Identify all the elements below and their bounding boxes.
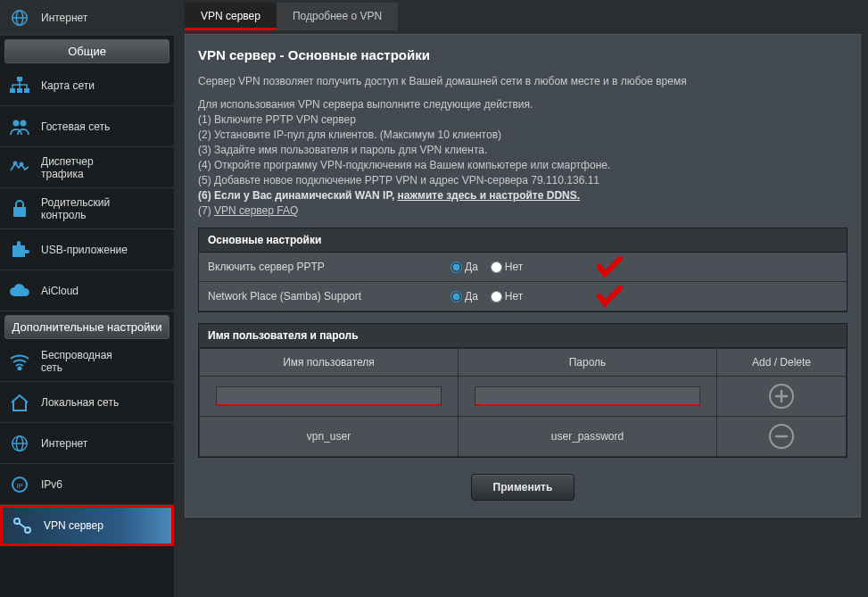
sidebar-item-label: Беспроводнаясеть <box>41 349 112 374</box>
radio-pptp-no[interactable]: Нет <box>491 261 523 273</box>
section-header-users: Имя пользователя и пароль <box>199 324 847 348</box>
radio-group-samba: Да Нет <box>451 290 523 303</box>
ddns-link[interactable]: нажмите здесь и настройте DDNS. <box>398 189 581 202</box>
table-row: vpn_user user_password <box>200 417 847 457</box>
home-icon <box>7 393 32 412</box>
col-action: Add / Delete <box>717 349 847 377</box>
radio-pptp-yes[interactable]: Да <box>451 261 478 273</box>
vpn-faq-link[interactable]: VPN сервер FAQ <box>214 204 298 217</box>
step-5: (5) Добавьте новое подключение PPTP VPN … <box>198 174 847 187</box>
checkmark-annotation-icon <box>596 256 623 278</box>
delete-button[interactable] <box>769 424 794 449</box>
svg-rect-3 <box>10 88 15 93</box>
sidebar-item-network-map[interactable]: Карта сети <box>0 65 174 106</box>
tab-bar: VPN сервер Подробнее о VPN <box>185 3 861 30</box>
sidebar-item-label: IPv6 <box>41 478 62 491</box>
radio-samba-yes[interactable]: Да <box>451 290 478 303</box>
step-2: (2) Установите IP-пул для клиентов. (Мак… <box>198 129 847 141</box>
cell-password: user_password <box>459 417 717 457</box>
radio-samba-no[interactable]: Нет <box>491 290 523 303</box>
radio-input[interactable] <box>451 261 462 273</box>
row-samba-support: Network Place (Samba) Support Да Нет <box>199 282 847 311</box>
sidebar-item-label: Интернет <box>41 437 87 450</box>
add-button[interactable] <box>769 384 794 409</box>
radio-input[interactable] <box>451 291 462 303</box>
table-header-row: Имя пользователя Пароль Add / Delete <box>200 349 847 377</box>
row-label: Network Place (Samba) Support <box>208 290 417 303</box>
sidebar-item-label: AiCloud <box>41 285 79 297</box>
svg-point-6 <box>13 120 20 126</box>
step-1: (1) Включите PPTP VPN сервер <box>198 113 847 126</box>
network-map-icon <box>7 76 32 95</box>
sidebar: Интернет Общие Карта сети Гостевая сеть … <box>0 0 174 597</box>
guest-icon <box>7 117 32 137</box>
svg-point-9 <box>21 162 23 165</box>
page-panel: VPN сервер - Основные настройки Сервер V… <box>185 34 861 518</box>
sidebar-item-label: VPN сервер <box>44 519 103 532</box>
vpn-icon <box>10 516 35 535</box>
apply-button[interactable]: Применить <box>471 474 575 501</box>
svg-point-7 <box>21 120 27 126</box>
sidebar-item-usb-app[interactable]: USB-приложение <box>0 229 174 270</box>
sidebar-item-internet-top[interactable]: Интернет <box>0 0 174 36</box>
svg-rect-2 <box>17 77 22 81</box>
users-table: Имя пользователя Пароль Add / Delete vpn… <box>199 348 847 457</box>
password-input[interactable] <box>475 386 700 406</box>
main-content: VPN сервер Подробнее о VPN VPN сервер - … <box>174 0 868 597</box>
sidebar-item-label: Гостевая сеть <box>41 120 110 133</box>
sidebar-item-traffic-manager[interactable]: Диспетчертрафика <box>0 147 174 188</box>
lock-icon <box>7 199 32 219</box>
radio-input[interactable] <box>491 261 502 273</box>
cloud-icon <box>7 281 32 301</box>
svg-rect-5 <box>24 88 29 93</box>
instruction-steps: Для использования VPN сервера выполните … <box>198 98 847 217</box>
sidebar-item-label: Локальная сеть <box>41 396 119 409</box>
sidebar-item-lan[interactable]: Локальная сеть <box>0 382 174 423</box>
sidebar-item-aicloud[interactable]: AiCloud <box>0 270 174 311</box>
sidebar-item-label: Диспетчертрафика <box>41 155 94 180</box>
username-input[interactable] <box>216 386 442 406</box>
section-header-basic: Основные настройки <box>199 228 847 253</box>
sidebar-item-wan[interactable]: Интернет <box>0 423 174 464</box>
svg-text:IP: IP <box>16 482 23 490</box>
users-section: Имя пользователя и пароль Имя пользовате… <box>198 323 847 458</box>
svg-rect-10 <box>13 207 26 217</box>
sidebar-item-parental-control[interactable]: Родительскийконтроль <box>0 188 174 229</box>
step-3: (3) Задайте имя пользователя и пароль дл… <box>198 144 847 156</box>
sidebar-item-label: Родительскийконтроль <box>41 196 110 221</box>
tab-vpn-server[interactable]: VPN сервер <box>185 3 277 30</box>
sidebar-item-guest-network[interactable]: Гостевая сеть <box>0 106 174 147</box>
col-password: Пароль <box>459 349 717 377</box>
cell-username: vpn_user <box>200 417 459 457</box>
sidebar-item-vpn-server[interactable]: VPN сервер <box>0 505 174 546</box>
svg-rect-4 <box>17 88 22 93</box>
traffic-icon <box>7 158 32 178</box>
basic-settings-section: Основные настройки Включить сервер PPTP … <box>198 228 847 312</box>
row-enable-pptp: Включить сервер PPTP Да Нет <box>199 253 847 282</box>
globe-icon <box>7 8 32 28</box>
table-row-new <box>200 377 847 417</box>
wifi-icon <box>7 352 32 371</box>
radio-group-pptp: Да Нет <box>451 261 523 273</box>
sidebar-item-label: Интернет <box>41 12 87 24</box>
sidebar-item-label: Карта сети <box>41 79 95 92</box>
sidebar-item-wireless[interactable]: Беспроводнаясеть <box>0 341 174 382</box>
tab-vpn-details[interactable]: Подробнее о VPN <box>277 3 398 30</box>
page-title: VPN сервер - Основные настройки <box>198 47 847 62</box>
checkmark-annotation-icon <box>596 286 623 307</box>
puzzle-icon <box>7 240 32 260</box>
steps-intro: Для использования VPN сервера выполните … <box>198 98 847 111</box>
ipv6-icon: IP <box>7 475 32 494</box>
sidebar-section-advanced: Дополнительные настройки <box>4 315 169 339</box>
col-username: Имя пользователя <box>200 349 459 377</box>
step-7: (7) VPN сервер FAQ <box>198 204 847 217</box>
globe-icon <box>7 434 32 453</box>
radio-input[interactable] <box>491 291 502 303</box>
apply-row: Применить <box>198 474 847 501</box>
sidebar-item-ipv6[interactable]: IP IPv6 <box>0 464 174 505</box>
step-4: (4) Откройте программу VPN-подключения н… <box>198 159 847 171</box>
svg-point-8 <box>14 162 17 164</box>
sidebar-section-general: Общие <box>4 39 169 63</box>
page-intro: Сервер VPN позволяет получить доступ к В… <box>198 75 847 87</box>
row-label: Включить сервер PPTP <box>208 261 417 273</box>
